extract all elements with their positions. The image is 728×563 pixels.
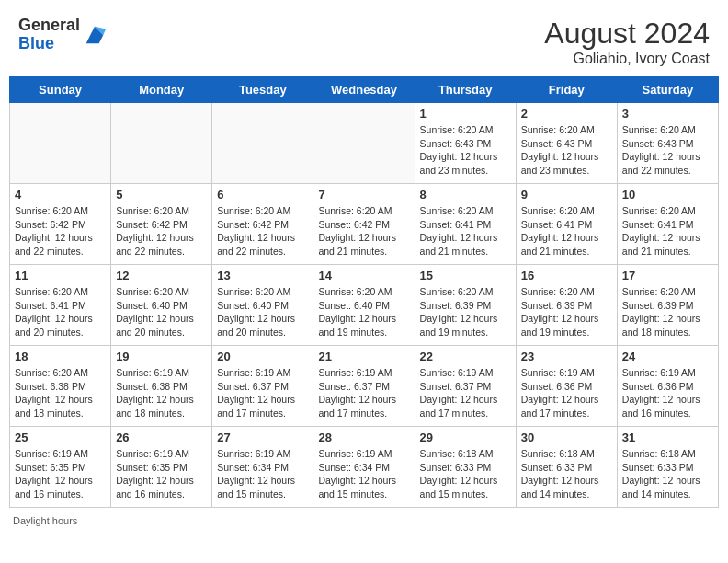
calendar-cell: 5Sunrise: 6:20 AM Sunset: 6:42 PM Daylig… — [111, 184, 212, 265]
day-number: 13 — [217, 269, 308, 282]
day-info: Sunrise: 6:19 AM Sunset: 6:34 PM Dayligh… — [318, 447, 409, 501]
day-number: 3 — [622, 107, 713, 121]
day-info: Sunrise: 6:20 AM Sunset: 6:38 PM Dayligh… — [15, 366, 106, 420]
day-info: Sunrise: 6:20 AM Sunset: 6:42 PM Dayligh… — [116, 204, 207, 259]
calendar-cell: 8Sunrise: 6:20 AM Sunset: 6:41 PM Daylig… — [415, 184, 516, 265]
calendar-header-tuesday: Tuesday — [212, 77, 313, 103]
calendar-cell: 18Sunrise: 6:20 AM Sunset: 6:38 PM Dayli… — [10, 346, 111, 427]
calendar-cell: 31Sunrise: 6:18 AM Sunset: 6:33 PM Dayli… — [617, 427, 718, 508]
day-number: 7 — [318, 188, 409, 201]
calendar-cell: 19Sunrise: 6:19 AM Sunset: 6:38 PM Dayli… — [111, 346, 212, 427]
calendar-cell: 4Sunrise: 6:20 AM Sunset: 6:42 PM Daylig… — [10, 184, 111, 265]
day-info: Sunrise: 6:20 AM Sunset: 6:40 PM Dayligh… — [116, 285, 207, 339]
calendar-cell — [313, 103, 415, 184]
day-info: Sunrise: 6:19 AM Sunset: 6:36 PM Dayligh… — [622, 366, 713, 420]
calendar-header-thursday: Thursday — [415, 77, 516, 103]
day-number: 1 — [420, 107, 511, 121]
day-info: Sunrise: 6:20 AM Sunset: 6:41 PM Dayligh… — [622, 204, 713, 259]
location-subtitle: Goliahio, Ivory Coast — [544, 51, 710, 67]
title-block: August 2024 Goliahio, Ivory Coast — [544, 17, 710, 67]
calendar-cell: 16Sunrise: 6:20 AM Sunset: 6:39 PM Dayli… — [516, 265, 617, 346]
calendar-cell: 21Sunrise: 6:19 AM Sunset: 6:37 PM Dayli… — [313, 346, 415, 427]
day-number: 4 — [15, 188, 106, 201]
day-number: 19 — [116, 350, 207, 363]
day-info: Sunrise: 6:20 AM Sunset: 6:40 PM Dayligh… — [217, 285, 308, 339]
day-number: 29 — [420, 431, 511, 444]
day-number: 27 — [217, 431, 308, 444]
day-info: Sunrise: 6:20 AM Sunset: 6:39 PM Dayligh… — [622, 285, 713, 339]
calendar-cell: 3Sunrise: 6:20 AM Sunset: 6:43 PM Daylig… — [617, 103, 718, 184]
calendar-cell — [111, 103, 212, 184]
day-number: 22 — [420, 350, 511, 363]
calendar-cell: 30Sunrise: 6:18 AM Sunset: 6:33 PM Dayli… — [516, 427, 617, 508]
calendar-week-3: 11Sunrise: 6:20 AM Sunset: 6:41 PM Dayli… — [10, 265, 719, 346]
day-info: Sunrise: 6:19 AM Sunset: 6:36 PM Dayligh… — [521, 366, 612, 420]
calendar-cell: 25Sunrise: 6:19 AM Sunset: 6:35 PM Dayli… — [10, 427, 111, 508]
day-info: Sunrise: 6:20 AM Sunset: 6:40 PM Dayligh… — [318, 285, 409, 339]
calendar-cell: 28Sunrise: 6:19 AM Sunset: 6:34 PM Dayli… — [313, 427, 415, 508]
calendar-week-4: 18Sunrise: 6:20 AM Sunset: 6:38 PM Dayli… — [10, 346, 719, 427]
calendar-header-wednesday: Wednesday — [313, 77, 415, 103]
logo-blue-text: Blue — [18, 34, 54, 52]
day-info: Sunrise: 6:20 AM Sunset: 6:41 PM Dayligh… — [521, 204, 612, 259]
day-info: Sunrise: 6:19 AM Sunset: 6:37 PM Dayligh… — [420, 366, 511, 420]
calendar-cell: 15Sunrise: 6:20 AM Sunset: 6:39 PM Dayli… — [415, 265, 516, 346]
logo-general-text: General — [18, 16, 80, 34]
day-number: 17 — [622, 269, 713, 282]
calendar-cell: 2Sunrise: 6:20 AM Sunset: 6:43 PM Daylig… — [516, 103, 617, 184]
calendar-header-sunday: Sunday — [10, 77, 111, 103]
day-info: Sunrise: 6:20 AM Sunset: 6:42 PM Dayligh… — [318, 204, 409, 259]
calendar-cell — [10, 103, 111, 184]
day-info: Sunrise: 6:19 AM Sunset: 6:38 PM Dayligh… — [116, 366, 207, 420]
day-info: Sunrise: 6:18 AM Sunset: 6:33 PM Dayligh… — [420, 447, 511, 501]
day-number: 25 — [15, 431, 106, 444]
day-info: Sunrise: 6:20 AM Sunset: 6:39 PM Dayligh… — [521, 285, 612, 339]
calendar-cell: 10Sunrise: 6:20 AM Sunset: 6:41 PM Dayli… — [617, 184, 718, 265]
calendar-cell: 26Sunrise: 6:19 AM Sunset: 6:35 PM Dayli… — [111, 427, 212, 508]
calendar-cell: 23Sunrise: 6:19 AM Sunset: 6:36 PM Dayli… — [516, 346, 617, 427]
day-number: 28 — [318, 431, 409, 444]
day-number: 5 — [116, 188, 207, 201]
day-info: Sunrise: 6:20 AM Sunset: 6:43 PM Dayligh… — [521, 123, 612, 178]
day-number: 9 — [521, 188, 612, 201]
calendar-cell: 20Sunrise: 6:19 AM Sunset: 6:37 PM Dayli… — [212, 346, 313, 427]
calendar-cell: 22Sunrise: 6:19 AM Sunset: 6:37 PM Dayli… — [415, 346, 516, 427]
day-info: Sunrise: 6:19 AM Sunset: 6:37 PM Dayligh… — [318, 366, 409, 420]
calendar-footer: Daylight hours — [9, 515, 719, 526]
day-number: 11 — [15, 269, 106, 282]
calendar-week-1: 1Sunrise: 6:20 AM Sunset: 6:43 PM Daylig… — [10, 103, 719, 184]
day-info: Sunrise: 6:18 AM Sunset: 6:33 PM Dayligh… — [622, 447, 713, 501]
day-info: Sunrise: 6:20 AM Sunset: 6:41 PM Dayligh… — [420, 204, 511, 259]
calendar-cell: 11Sunrise: 6:20 AM Sunset: 6:41 PM Dayli… — [10, 265, 111, 346]
day-number: 6 — [217, 188, 308, 201]
day-number: 21 — [318, 350, 409, 363]
calendar-cell: 29Sunrise: 6:18 AM Sunset: 6:33 PM Dayli… — [415, 427, 516, 508]
day-number: 14 — [318, 269, 409, 282]
day-info: Sunrise: 6:19 AM Sunset: 6:34 PM Dayligh… — [217, 447, 308, 501]
day-number: 8 — [420, 188, 511, 201]
day-info: Sunrise: 6:20 AM Sunset: 6:43 PM Dayligh… — [420, 123, 511, 178]
day-info: Sunrise: 6:20 AM Sunset: 6:43 PM Dayligh… — [622, 123, 713, 178]
day-info: Sunrise: 6:19 AM Sunset: 6:35 PM Dayligh… — [15, 447, 106, 501]
day-info: Sunrise: 6:20 AM Sunset: 6:39 PM Dayligh… — [420, 285, 511, 339]
logo: General Blue — [18, 17, 108, 53]
day-number: 12 — [116, 269, 207, 282]
daylight-label: Daylight hours — [13, 515, 77, 526]
calendar-cell: 17Sunrise: 6:20 AM Sunset: 6:39 PM Dayli… — [617, 265, 718, 346]
day-number: 16 — [521, 269, 612, 282]
calendar-cell: 12Sunrise: 6:20 AM Sunset: 6:40 PM Dayli… — [111, 265, 212, 346]
day-number: 20 — [217, 350, 308, 363]
calendar-cell — [212, 103, 313, 184]
page-header: General Blue August 2024 Goliahio, Ivory… — [9, 9, 719, 73]
calendar-week-2: 4Sunrise: 6:20 AM Sunset: 6:42 PM Daylig… — [10, 184, 719, 265]
day-number: 23 — [521, 350, 612, 363]
day-number: 18 — [15, 350, 106, 363]
day-info: Sunrise: 6:19 AM Sunset: 6:35 PM Dayligh… — [116, 447, 207, 501]
day-info: Sunrise: 6:18 AM Sunset: 6:33 PM Dayligh… — [521, 447, 612, 501]
day-info: Sunrise: 6:20 AM Sunset: 6:42 PM Dayligh… — [217, 204, 308, 259]
calendar-header-saturday: Saturday — [617, 77, 718, 103]
calendar-cell: 6Sunrise: 6:20 AM Sunset: 6:42 PM Daylig… — [212, 184, 313, 265]
calendar-cell: 27Sunrise: 6:19 AM Sunset: 6:34 PM Dayli… — [212, 427, 313, 508]
day-number: 26 — [116, 431, 207, 444]
day-number: 10 — [622, 188, 713, 201]
